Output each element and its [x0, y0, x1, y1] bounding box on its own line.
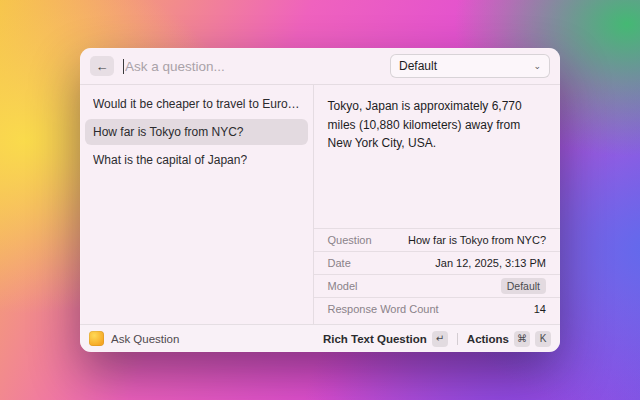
extension-icon	[89, 331, 104, 346]
metadata-label: Model	[328, 280, 358, 292]
desktop-wallpaper: ← Default ⌄ Would it be cheaper to trave…	[0, 0, 640, 400]
metadata-label: Response Word Count	[328, 303, 439, 315]
back-button[interactable]: ←	[90, 56, 114, 76]
list-item-tokyo-nyc[interactable]: How far is Tokyo from NYC?	[85, 119, 308, 145]
footer-app-label: Ask Question	[111, 333, 179, 345]
question-input[interactable]	[125, 59, 390, 74]
rich-text-question-button[interactable]: Rich Text Question ↵	[323, 331, 448, 347]
model-dropdown-value: Default	[399, 59, 437, 73]
rich-text-question-label: Rich Text Question	[323, 333, 427, 345]
list-item-label: What is the capital of Japan?	[93, 153, 247, 167]
ask-question-window: ← Default ⌄ Would it be cheaper to trave…	[80, 48, 560, 352]
list-item-travel-europe[interactable]: Would it be cheaper to travel to Euro…	[85, 91, 308, 117]
back-arrow-icon: ←	[96, 59, 109, 74]
window-top-bar: ← Default ⌄	[80, 48, 560, 85]
metadata-value: How far is Tokyo from NYC?	[408, 234, 546, 246]
list-item-capital-japan[interactable]: What is the capital of Japan?	[85, 147, 308, 173]
question-input-wrap	[123, 59, 390, 74]
footer-divider	[457, 333, 458, 345]
metadata-row-question: Question How far is Tokyo from NYC?	[314, 228, 560, 251]
metadata-value: Jan 12, 2025, 3:13 PM	[435, 257, 546, 269]
cmd-key-icon: ⌘	[514, 331, 530, 347]
metadata-label: Question	[328, 234, 372, 246]
detail-panel: Tokyo, Japan is approximately 6,770 mile…	[314, 85, 560, 324]
metadata-row-word-count: Response Word Count 14	[314, 297, 560, 320]
metadata-section: Question How far is Tokyo from NYC? Date…	[314, 228, 560, 324]
text-caret	[123, 59, 124, 74]
model-dropdown[interactable]: Default ⌄	[390, 54, 550, 78]
question-list: Would it be cheaper to travel to Euro… H…	[80, 85, 314, 324]
actions-label: Actions	[467, 333, 509, 345]
chevron-down-icon: ⌄	[533, 61, 541, 71]
model-badge: Default	[501, 278, 546, 294]
k-key-icon: K	[535, 331, 551, 347]
answer-text: Tokyo, Japan is approximately 6,770 mile…	[314, 85, 560, 228]
metadata-row-date: Date Jan 12, 2025, 3:13 PM	[314, 251, 560, 274]
metadata-row-model: Model Default	[314, 274, 560, 297]
footer-bar: Ask Question Rich Text Question ↵ Action…	[80, 324, 560, 352]
main-content: Would it be cheaper to travel to Euro… H…	[80, 85, 560, 324]
list-item-label: Would it be cheaper to travel to Euro…	[93, 97, 300, 111]
metadata-label: Date	[328, 257, 351, 269]
list-item-label: How far is Tokyo from NYC?	[93, 125, 244, 139]
return-key-icon: ↵	[432, 331, 448, 347]
actions-button[interactable]: Actions ⌘ K	[467, 331, 551, 347]
metadata-value: 14	[534, 303, 546, 315]
